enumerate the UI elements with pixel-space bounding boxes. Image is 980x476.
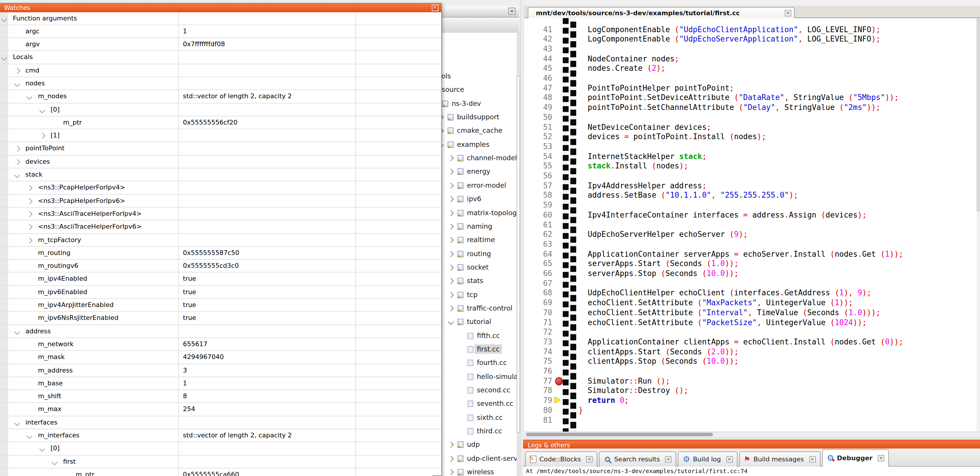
watch-row[interactable]: m_ptr0x55555556cf20 [0, 117, 441, 129]
chevron-right-icon[interactable] [448, 442, 454, 448]
editor-tab-first-cc[interactable]: mnt/dev/tools/source/ns-3-dev/examples/t… [528, 7, 795, 18]
watch-row[interactable]: m_base1 [0, 377, 441, 390]
watch-row[interactable]: m_routing0x555555587c50 [0, 247, 441, 260]
line-number[interactable]: 79 [524, 396, 552, 406]
watch-row[interactable]: Locals [0, 51, 441, 64]
watch-row[interactable]: m_shift8 [0, 390, 441, 403]
line-number[interactable]: 81 [524, 415, 552, 425]
chevron-right-icon[interactable] [14, 146, 19, 152]
chevron-right-icon[interactable] [448, 183, 454, 188]
watch-row[interactable]: cmd [0, 64, 441, 77]
chevron-right-icon[interactable] [14, 68, 19, 73]
watch-row[interactable]: interfaces [0, 416, 441, 429]
line-number[interactable]: 42 [524, 35, 552, 44]
watch-row[interactable]: argc1 [0, 25, 441, 38]
line-number[interactable]: 49 [524, 103, 552, 113]
line-number[interactable]: 70 [524, 308, 552, 318]
close-icon[interactable] [586, 456, 593, 463]
chevron-down-icon[interactable] [27, 433, 32, 438]
watch-row[interactable]: <ns3::AsciiTraceHelperForIpv4> [0, 208, 441, 221]
watch-row[interactable]: m_ipv6Enabledtrue [0, 286, 441, 299]
watch-row[interactable]: m_ipv4Enabledtrue [0, 273, 441, 286]
watch-row[interactable]: m_nodesstd::vector of length 2, capacity… [0, 90, 441, 104]
line-number[interactable]: 54 [524, 152, 552, 161]
line-number[interactable]: 75 [524, 357, 552, 367]
chevron-down-icon[interactable] [14, 172, 19, 177]
chevron-right-icon[interactable] [448, 251, 454, 257]
line-number[interactable]: 66 [524, 269, 552, 279]
watch-row[interactable]: <ns3::AsciiTraceHelperForIpv6> [0, 221, 441, 234]
close-icon[interactable] [665, 456, 671, 463]
chevron-right-icon[interactable] [27, 211, 32, 217]
logs-tab-debugger[interactable]: Debugger [822, 449, 889, 466]
line-number[interactable]: 69 [524, 298, 552, 308]
tree-scrollbar-thumb[interactable] [517, 76, 520, 433]
chevron-right-icon[interactable] [448, 469, 454, 475]
watch-row[interactable]: Function arguments [0, 12, 441, 25]
fold-margin-left[interactable] [563, 18, 569, 436]
watch-row[interactable]: devices [0, 155, 441, 169]
watch-row[interactable]: m_network655617 [0, 338, 441, 351]
chevron-right-icon[interactable] [448, 292, 454, 298]
chevron-right-icon[interactable] [39, 133, 45, 139]
line-number[interactable]: 57 [524, 181, 552, 191]
chevron-down-icon[interactable] [2, 55, 7, 60]
watch-row[interactable]: [0] [0, 442, 441, 455]
line-number[interactable]: 44 [524, 54, 552, 64]
line-number[interactable]: 77 [524, 376, 552, 386]
watch-row[interactable]: argv0x7fffffffdf08 [0, 38, 441, 51]
breakpoint-icon[interactable] [555, 377, 563, 385]
chevron-down-icon[interactable] [2, 16, 7, 21]
chevron-down-icon[interactable] [14, 329, 19, 334]
line-number[interactable]: 73 [524, 337, 552, 347]
close-icon[interactable] [878, 455, 884, 462]
line-number[interactable]: 55 [524, 162, 552, 171]
chevron-right-icon[interactable] [27, 198, 32, 204]
line-number[interactable]: 53 [524, 142, 552, 152]
line-number[interactable]: 43 [524, 45, 552, 54]
watch-row[interactable]: m_tcpFactory [0, 233, 441, 247]
line-number[interactable]: 64 [524, 249, 552, 259]
logs-tab-search-results[interactable]: Search results [599, 452, 676, 466]
code-editor[interactable] [524, 18, 980, 436]
chevron-right-icon[interactable] [27, 237, 32, 243]
chevron-right-icon[interactable] [27, 225, 32, 230]
line-number[interactable]: 76 [524, 367, 552, 376]
line-number[interactable]: 50 [524, 113, 552, 123]
close-icon[interactable] [726, 456, 732, 463]
chevron-right-icon[interactable] [448, 169, 454, 175]
line-number[interactable]: 63 [524, 240, 552, 249]
chevron-down-icon[interactable] [27, 94, 32, 99]
watch-row[interactable]: m_ptr0x5555555ca660 [0, 468, 441, 476]
chevron-down-icon[interactable] [39, 446, 45, 452]
panel-splitter[interactable] [520, 0, 524, 476]
watch-row[interactable]: m_ipv6NsRsJitterEnabledtrue [0, 312, 441, 325]
line-number[interactable]: 74 [524, 347, 552, 357]
line-number[interactable]: 58 [524, 191, 552, 201]
chevron-right-icon[interactable] [448, 265, 454, 270]
line-number[interactable]: 45 [524, 64, 552, 73]
line-number[interactable]: 51 [524, 123, 552, 132]
chevron-down-icon[interactable] [448, 319, 454, 325]
watch-row[interactable]: m_mask4294967040 [0, 351, 441, 364]
chevron-right-icon[interactable] [448, 196, 454, 202]
chevron-down-icon[interactable] [14, 81, 19, 86]
line-number[interactable]: 67 [524, 279, 552, 288]
watch-row[interactable]: m_max254 [0, 403, 441, 416]
line-number[interactable]: 52 [524, 132, 552, 142]
chevron-right-icon[interactable] [448, 305, 454, 311]
line-number[interactable]: 56 [524, 171, 552, 181]
logs-tab-code-blocks[interactable]: Code::Blocks [525, 452, 597, 466]
close-icon[interactable] [809, 456, 816, 463]
chevron-down-icon[interactable] [14, 420, 19, 425]
editor-horizontal-scrollbar-thumb[interactable] [526, 433, 713, 436]
watch-row[interactable]: m_ipv4ArpJitterEnabledtrue [0, 299, 441, 312]
chevron-down-icon[interactable] [52, 459, 57, 464]
watch-row[interactable]: [1] [0, 129, 441, 142]
line-number[interactable]: 41 [524, 25, 552, 35]
chevron-right-icon[interactable] [448, 278, 454, 284]
line-number[interactable]: 59 [524, 201, 552, 210]
line-number[interactable]: 48 [524, 93, 552, 103]
editor-vertical-scrollbar-thumb[interactable] [977, 19, 980, 212]
line-number[interactable]: 68 [524, 289, 552, 298]
